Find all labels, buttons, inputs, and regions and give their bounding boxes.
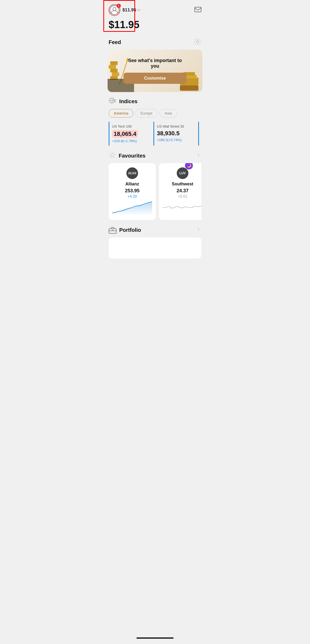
bottom-nav [103, 635, 207, 644]
index-change: +286.5(+0.74%) [157, 138, 191, 142]
fav-name-southwest: Southwest [163, 182, 201, 186]
favourites-section: Favourites ALVd Allianz 253.95 +4.20 [103, 150, 207, 224]
index-name: US Tech 100 [112, 124, 146, 128]
index-name: US Wall Street 30 [157, 124, 191, 128]
star-icon [109, 152, 116, 159]
favourites-see-all[interactable] [196, 153, 201, 159]
main-balance: $11.95 [103, 18, 207, 36]
fav-avatar-allianz: ALVd [126, 167, 138, 179]
svg-point-3 [197, 41, 199, 43]
indices-list: US Tech 100 18,065.4 +316.8(+1.79%) US W… [109, 122, 201, 146]
indices-header: Indices [109, 97, 201, 105]
fav-name-allianz: Allianz [112, 182, 152, 186]
mail-icon [194, 7, 201, 12]
notification-badge: ! [117, 4, 121, 8]
index-card-wallstreet30[interactable]: US Wall Street 30 38,930.5 +286.5(+0.74%… [153, 122, 194, 146]
mail-button[interactable] [194, 7, 201, 13]
customise-content: See what's important to you Customise [108, 58, 202, 84]
globe-list-icon [109, 97, 117, 105]
avatar-wrapper[interactable]: ! [109, 4, 120, 16]
tab-europe[interactable]: Europe [135, 109, 157, 118]
svg-rect-22 [109, 229, 116, 233]
portfolio-title: Portfolio [119, 227, 141, 233]
fav-change-southwest: +0.01 [163, 194, 201, 198]
portfolio-card [109, 237, 201, 259]
portfolio-header: Portfolio [109, 226, 201, 234]
favourites-list: ALVd Allianz 253.95 +4.20 🌙 LUV Southwes… [109, 163, 201, 220]
fav-card-allianz[interactable]: ALVd Allianz 253.95 +4.20 [109, 163, 156, 220]
header: ! $11.95 [103, 0, 207, 18]
customise-card: See what's important to you Customise [108, 50, 202, 92]
portfolio-chevron-right-icon [196, 227, 201, 232]
tab-america[interactable]: America [109, 109, 133, 118]
portfolio-section: Portfolio [103, 224, 207, 263]
fav-chart-southwest [163, 201, 201, 216]
favourites-left: Favourites [109, 152, 145, 159]
customise-title: See what's important to you [123, 58, 187, 69]
indices-title: Indices [119, 98, 138, 105]
feed-settings-button[interactable] [194, 38, 201, 46]
index-value: 38,930.5 [157, 130, 191, 137]
chevron-right-icon [196, 153, 201, 158]
fav-price-allianz: 253.95 [112, 188, 152, 194]
fav-card-southwest[interactable]: 🌙 LUV Southwest 24.37 +0.01 [159, 163, 201, 220]
customise-button[interactable]: Customise [123, 73, 187, 84]
index-card-ustech100[interactable]: US Tech 100 18,065.4 +316.8(+1.79%) [109, 122, 150, 146]
moon-badge: 🌙 [185, 163, 193, 169]
svg-rect-15 [180, 85, 198, 91]
fav-avatar-southwest: LUV [177, 167, 188, 179]
indices-section: Indices America Europe Asia US Tech 100 … [103, 97, 207, 150]
svg-rect-2 [195, 7, 201, 12]
fav-change-allianz: +4.20 [112, 194, 152, 198]
tab-asia[interactable]: Asia [160, 109, 177, 118]
fav-price-southwest: 24.37 [163, 188, 201, 194]
svg-rect-19 [113, 99, 116, 100]
favourites-header: Favourites [109, 152, 201, 159]
header-balance-amount: $11.95 [122, 7, 136, 13]
svg-rect-21 [113, 102, 116, 102]
chevron-down-icon [137, 9, 140, 11]
briefcase-icon [109, 226, 117, 234]
indices-tabs: America Europe Asia [109, 109, 201, 118]
index-value: 18,065.4 [112, 130, 138, 138]
home-indicator [136, 637, 174, 639]
portfolio-left: Portfolio [109, 226, 141, 234]
feed-title: Feed [109, 39, 121, 45]
svg-rect-20 [113, 101, 116, 101]
index-change: +316.8(+1.79%) [112, 139, 146, 143]
feed-section-header: Feed [103, 36, 207, 50]
portfolio-see-all[interactable] [196, 227, 201, 233]
header-left: ! $11.95 [109, 4, 140, 16]
gear-icon [194, 38, 201, 45]
favourites-title: Favourites [119, 153, 145, 159]
fav-chart-allianz [112, 201, 152, 216]
index-card-us500[interactable]: US 500 5,244.1 +69.5(+1.34%) [198, 122, 201, 146]
header-balance: $11.95 [122, 7, 140, 13]
